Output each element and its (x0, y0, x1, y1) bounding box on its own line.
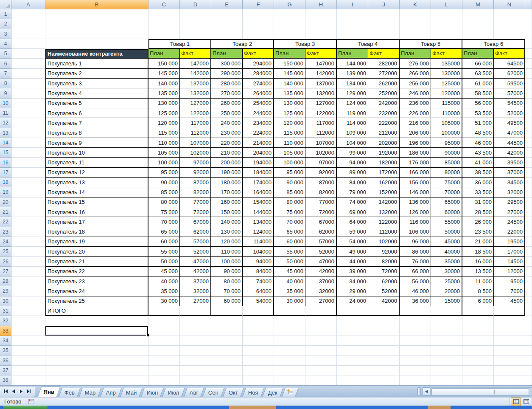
product-header-2[interactable]: Товар 2 (211, 39, 274, 49)
cell-n35[interactable] (494, 346, 525, 355)
row-header-8[interactable]: 8 (0, 79, 11, 88)
product-header-4[interactable]: Товар 4 (337, 39, 400, 49)
column-header-g[interactable]: G (274, 0, 305, 9)
cell-i3[interactable] (337, 29, 368, 39)
cell-f27[interactable]: 84000 (243, 267, 274, 276)
cell-c34[interactable] (148, 336, 180, 346)
cell-a27[interactable] (11, 267, 45, 276)
cell-m22[interactable]: 26 000 (462, 217, 494, 227)
cell-j15[interactable]: 192000 (368, 148, 400, 158)
cell-a29[interactable] (11, 286, 45, 296)
cell-f21[interactable]: 144000 (243, 207, 274, 217)
cell-d11[interactable]: 122000 (180, 108, 211, 118)
row-header-38[interactable]: 38 (0, 375, 11, 385)
cell-n5[interactable]: Факт (494, 49, 525, 59)
cell-a7[interactable] (11, 69, 45, 79)
cell-l22[interactable]: 55000 (431, 217, 462, 227)
cell-c21[interactable]: 75 000 (148, 207, 180, 217)
cell-a1[interactable] (11, 9, 45, 19)
cell-c1[interactable] (148, 9, 180, 19)
taskbar-item[interactable] (229, 406, 276, 409)
cell-g37[interactable] (274, 366, 305, 375)
cell-a38[interactable] (11, 375, 45, 385)
cell-a22[interactable] (11, 217, 45, 227)
cell-m29[interactable]: 8 500 (462, 286, 494, 296)
cell-m38[interactable] (462, 375, 494, 385)
cell-k16[interactable]: 176 000 (400, 158, 431, 167)
cell-d14[interactable]: 107000 (180, 138, 211, 148)
cell-h14[interactable]: 107000 (305, 138, 337, 148)
cell-f11[interactable]: 244000 (243, 108, 274, 118)
cell-i27[interactable]: 39 000 (337, 267, 368, 276)
column-header-h[interactable]: H (305, 0, 337, 9)
cell-d28[interactable]: 37000 (180, 276, 211, 286)
cell-j24[interactable]: 102000 (368, 237, 400, 247)
cell-c29[interactable]: 35 000 (148, 286, 180, 296)
cell-e25[interactable]: 110 000 (211, 247, 243, 257)
cell-f6[interactable]: 294000 (243, 59, 274, 68)
cell-i20[interactable]: 74 000 (337, 197, 368, 207)
cell-d26[interactable]: 47000 (180, 257, 211, 266)
cell-j37[interactable] (368, 366, 400, 375)
cell-a30[interactable] (11, 296, 45, 306)
cell-l6[interactable]: 135000 (431, 59, 462, 68)
cell-d10[interactable]: 127000 (180, 99, 211, 108)
row-header-15[interactable]: 15 (0, 148, 11, 158)
cell-f18[interactable]: 174000 (243, 178, 274, 187)
cell-c5[interactable]: План (148, 49, 180, 59)
cell-n29[interactable]: 7000 (494, 286, 525, 296)
cell-h24[interactable]: 57000 (305, 237, 337, 247)
cell-f29[interactable]: 64000 (243, 286, 274, 296)
cell-m9[interactable]: 58 500 (462, 88, 494, 98)
cell-h21[interactable]: 72000 (305, 207, 337, 217)
sheet-tab-9[interactable]: Сен (202, 388, 224, 397)
row-header-4[interactable]: 4 (0, 39, 11, 49)
cell-c23[interactable]: 65 000 (148, 227, 180, 237)
cell-b17[interactable]: Покупатель 12 (45, 168, 148, 178)
cell-k12[interactable]: 216 000 (400, 118, 431, 128)
cell-l18[interactable]: 75000 (431, 178, 462, 187)
cell-j20[interactable]: 142000 (368, 197, 400, 207)
cell-b15[interactable]: Покупатель 10 (45, 148, 148, 158)
cell-m30[interactable]: 6 000 (462, 296, 494, 306)
cell-m1[interactable] (462, 9, 494, 19)
cell-b30[interactable]: Покупатель 25 (45, 296, 148, 306)
cell-m31[interactable] (462, 306, 494, 316)
cell-d22[interactable]: 67000 (180, 217, 211, 227)
cell-e20[interactable]: 160 000 (211, 197, 243, 207)
cell-c26[interactable]: 50 000 (148, 257, 180, 266)
cell-h32[interactable] (305, 316, 337, 326)
cell-k13[interactable]: 206 000 (400, 128, 431, 138)
cell-k23[interactable]: 106 000 (400, 227, 431, 237)
cell-l17[interactable]: 80000 (431, 168, 462, 178)
cell-d38[interactable] (180, 375, 211, 385)
cell-g12[interactable]: 120 000 (274, 118, 305, 128)
cell-h3[interactable] (305, 29, 337, 39)
row-header-17[interactable]: 17 (0, 168, 11, 178)
cell-a15[interactable] (11, 148, 45, 158)
cell-l23[interactable]: 50000 (431, 227, 462, 237)
column-header-j[interactable]: J (368, 0, 400, 9)
cell-e32[interactable] (211, 316, 243, 326)
cell-k7[interactable]: 266 000 (400, 69, 431, 79)
cell-h12[interactable]: 117000 (305, 118, 337, 128)
sheet-tab-6[interactable]: Июн (141, 388, 164, 397)
cell-c3[interactable] (148, 29, 180, 39)
cell-l30[interactable]: 15000 (431, 296, 462, 306)
cell-l19[interactable]: 70000 (431, 187, 462, 197)
cell-f25[interactable]: 104000 (243, 247, 274, 257)
cell-j32[interactable] (368, 316, 400, 326)
cell-l25[interactable]: 40000 (431, 247, 462, 257)
product-header-1[interactable]: Товар 1 (148, 39, 211, 49)
row-header-37[interactable]: 37 (0, 366, 11, 375)
cell-b6[interactable]: Покупатель 1 (45, 59, 148, 68)
row-header-12[interactable]: 12 (0, 118, 11, 128)
row-header-27[interactable]: 27 (0, 267, 11, 276)
cell-i34[interactable] (337, 336, 368, 346)
row-header-35[interactable]: 35 (0, 346, 11, 355)
sheet-tab-1[interactable]: Янв (37, 386, 60, 397)
cell-i24[interactable]: 54 000 (337, 237, 368, 247)
cell-l9[interactable]: 120000 (431, 88, 462, 98)
normal-view-button[interactable] (511, 398, 521, 406)
cell-d23[interactable]: 62000 (180, 227, 211, 237)
